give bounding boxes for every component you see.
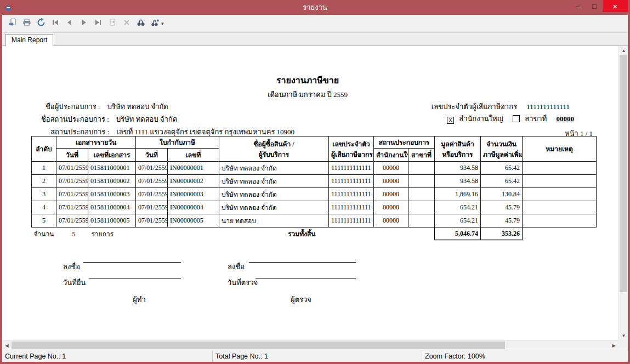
export-button[interactable] [5, 17, 19, 31]
find-button[interactable] [134, 17, 147, 31]
tax-id-row: เลขประจำตัวผู้เสียภาษีอากร 1111111111111 [432, 101, 570, 112]
col-header-value: มูลค่าสินค้าหรือบริการ [435, 136, 481, 162]
cell-inv-date: 07/01/2559 [136, 214, 168, 228]
cell-tax-id: 1111111111111 [329, 214, 374, 228]
titlebar[interactable]: รายงาน – □ × [2, 0, 628, 15]
print-icon [22, 18, 31, 29]
col-header-seq: ลำดับ [32, 136, 56, 162]
signature-line [256, 270, 356, 278]
prev-page-button[interactable] [63, 17, 76, 31]
report-toolbar: ▾ [2, 15, 628, 33]
cell-buyer: บริษัท ทดลอง จำกัด [219, 201, 329, 214]
vertical-scrollbar[interactable]: ▲ ▼ [618, 46, 628, 340]
head-office-checkbox[interactable]: X [447, 117, 454, 124]
last-page-icon [94, 18, 103, 29]
horizontal-scroll-thumb[interactable] [12, 342, 505, 349]
minimize-button[interactable]: – [570, 0, 586, 12]
cell-doc-date: 07/01/2559 [56, 214, 88, 228]
site-name-label: ชื่อสถานประกอบการ : [41, 115, 109, 123]
col-header-buyer: ชื่อผู้ซื้อสินค้า /ผู้รับบริการ [219, 136, 329, 162]
tax-id-value: 1111111111111 [526, 103, 570, 111]
cell-head-office: 00000 [374, 188, 408, 201]
cell-seq: 1 [32, 162, 56, 175]
tab-strip: Main Report [2, 33, 628, 46]
scroll-up-icon[interactable]: ▲ [619, 46, 628, 55]
close-button[interactable]: × [603, 0, 628, 12]
maximize-button[interactable]: □ [586, 0, 603, 12]
cell-inv-date: 07/01/2559 [136, 162, 168, 175]
totals-row: จำนวน 5 รายการ รวมทั้งสิ้น 5,046.74 353.… [32, 228, 597, 241]
goto-page-button[interactable] [105, 17, 119, 31]
first-page-icon [51, 18, 60, 29]
scroll-left-icon[interactable]: ◀ [2, 341, 12, 350]
cell-vat: 65.42 [481, 162, 523, 175]
cell-note [523, 214, 597, 228]
table-row: 307/01/255901581100000307/01/2559IN00000… [32, 188, 597, 201]
col-header-inv-no: เลขที่ [168, 149, 219, 162]
table-row: 107/01/255901581100000107/01/2559IN00000… [32, 162, 597, 175]
signature-line [249, 254, 356, 263]
report-subtitle: เดือนภาษี มกราคม ปี 2559 [2, 89, 613, 100]
sign1-label: ลงชื่อ [63, 261, 80, 272]
cell-amount: 934.58 [435, 175, 481, 188]
status-total-page: Total Page No.: 1 [213, 350, 422, 362]
goto-page-icon [108, 18, 117, 29]
cancel-button[interactable] [120, 17, 133, 31]
report-table: ลำดับ เอกสารรายวัน ใบกำกับภาษี ชื่อผู้ซื… [31, 136, 597, 241]
app-window: รายงาน – □ × [0, 0, 630, 364]
export-icon [8, 18, 17, 29]
zoom-button[interactable] [148, 17, 162, 31]
cell-head-office: 00000 [374, 201, 408, 214]
cell-inv-no: IN00000004 [168, 201, 219, 214]
cell-head-office: 00000 [374, 214, 408, 228]
window-controls: – □ × [570, 0, 628, 15]
branch-checkbox[interactable] [513, 115, 520, 122]
cell-vat: 65.42 [481, 175, 523, 188]
operator-label: ชื่อผู้ประกอบการ : [46, 103, 100, 111]
first-page-button[interactable] [48, 17, 62, 31]
tab-main-report[interactable]: Main Report [5, 34, 53, 46]
col-header-tax-invoice: ใบกำกับภาษี [136, 136, 219, 149]
cell-seq: 3 [32, 188, 56, 201]
print-button[interactable] [20, 17, 33, 31]
zoom-dropdown-caret[interactable]: ▾ [161, 21, 164, 26]
cell-note [523, 162, 597, 175]
date2-label: วันที่ตรวจ [228, 277, 258, 288]
report-sheet: รายงานภาษีขาย เดือนภาษี มกราคม ปี 2559 ช… [2, 46, 613, 340]
report-page[interactable]: รายงานภาษีขาย เดือนภาษี มกราคม ปี 2559 ช… [2, 46, 618, 340]
branch-label: สาขาที่ [525, 115, 547, 123]
horizontal-scrollbar[interactable]: ◀ ▶ [2, 340, 618, 350]
next-page-icon [80, 18, 88, 29]
cell-inv-no: IN00000003 [168, 188, 219, 201]
col-header-doc-date: วันที่ [56, 149, 88, 162]
cell-doc-date: 07/01/2559 [56, 162, 88, 175]
cell-tax-id: 1111111111111 [329, 188, 374, 201]
cell-inv-date: 07/01/2559 [136, 201, 168, 214]
cell-doc-no: 015811000003 [88, 188, 136, 201]
role1-label: ผู้ทำ [109, 294, 169, 305]
site-addr-value: เลขที่ 1111 แขวงจตุจักร เขตจตุจักร กรุงเ… [116, 128, 294, 136]
cell-buyer: บริษัท ทดลอง จำกัด [219, 175, 329, 188]
col-header-inv-date: วันที่ [136, 149, 168, 162]
report-viewport: รายงานภาษีขาย เดือนภาษี มกราคม ปี 2559 ช… [2, 46, 628, 350]
refresh-button[interactable] [34, 17, 48, 31]
table-row: 507/01/255901581100000507/01/2559IN00000… [32, 214, 597, 228]
cell-doc-date: 07/01/2559 [56, 175, 88, 188]
office-type-row: X สำนักงานใหญ่ สาขาที่ 00000 [447, 113, 574, 124]
date1-label: วันที่ยื่น [63, 277, 86, 288]
cell-vat: 45.79 [481, 201, 523, 214]
cell-vat: 130.84 [481, 188, 523, 201]
scroll-down-icon[interactable]: ▼ [619, 331, 628, 340]
cell-tax-id: 1111111111111 [329, 175, 374, 188]
cell-doc-no: 015811000004 [88, 201, 136, 214]
cell-branch [408, 201, 435, 214]
refresh-icon [37, 18, 46, 29]
last-page-button[interactable] [91, 17, 105, 31]
cell-tax-id: 1111111111111 [329, 201, 374, 214]
scroll-right-icon[interactable]: ▶ [609, 341, 618, 350]
role2-label: ผู้ตรวจ [271, 294, 331, 305]
vertical-scroll-thumb[interactable] [620, 55, 627, 292]
cell-seq: 4 [32, 201, 56, 214]
cell-note [523, 175, 597, 188]
next-page-button[interactable] [77, 17, 90, 31]
